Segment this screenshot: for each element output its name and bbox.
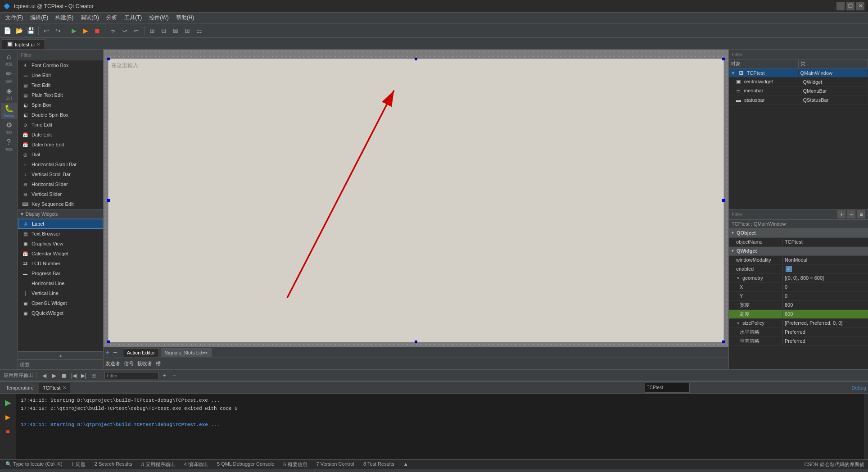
- toolbar-save[interactable]: 💾: [25, 25, 36, 36]
- sidebar-item-project[interactable]: ⚙ 项目: [1, 120, 17, 136]
- obj-row-centralwidget[interactable]: ▣ centralwidget QWidget: [729, 77, 868, 86]
- design-area[interactable]: 在这里输入: [104, 50, 728, 347]
- ao-filter-input[interactable]: [104, 372, 158, 379]
- prop-row-vpolicy[interactable]: 垂直策略 Preferred: [729, 337, 868, 346]
- status-vcs[interactable]: 7 Version Control: [315, 461, 356, 468]
- run-play-btn[interactable]: ▶: [2, 396, 14, 409]
- widget-line-edit[interactable]: ▭ Line Edit: [18, 70, 103, 80]
- toolbar-grid[interactable]: ⚏: [194, 25, 204, 36]
- obj-row-menubar[interactable]: ☰ menubar QMenuBar: [729, 86, 868, 95]
- widget-key-seq[interactable]: ⌨ Key Sequence Edit: [18, 199, 103, 209]
- prop-row-objectname[interactable]: objectName TCPtest: [729, 238, 868, 247]
- tab-temperature[interactable]: Temperature: [2, 383, 38, 393]
- status-qml-debug[interactable]: 5 QML Debugger Console: [215, 461, 276, 468]
- obj-row-statusbar[interactable]: ▬ statusbar QStatusBar: [729, 95, 868, 104]
- sizepolicy-expand[interactable]: ▼: [736, 321, 740, 326]
- tab-tcptest-ui[interactable]: 🔲 tcptest.ui ✕: [2, 39, 45, 49]
- prop-add-btn[interactable]: +: [837, 210, 845, 218]
- menu-file[interactable]: 文件(F): [2, 13, 27, 23]
- qwidget-expand[interactable]: ▼: [731, 249, 735, 253]
- prop-row-y[interactable]: Y 0: [729, 292, 868, 301]
- ao-add-btn[interactable]: +: [160, 372, 168, 380]
- geometry-expand[interactable]: ▼: [736, 276, 740, 281]
- maximize-button[interactable]: ❐: [846, 2, 854, 10]
- widget-filter-input[interactable]: [21, 52, 100, 58]
- run-stop-btn[interactable]: ■: [2, 425, 14, 438]
- widget-scroll-up[interactable]: ▲: [18, 351, 103, 359]
- menu-help[interactable]: 帮助(H): [172, 13, 198, 23]
- widget-hslider[interactable]: ⊟ Horizontal Slider: [18, 179, 103, 189]
- prop-row-height[interactable]: 高度 600: [729, 310, 868, 319]
- sidebar-item-debug[interactable]: 🐛 Debug: [1, 103, 17, 119]
- widget-vslider[interactable]: ⊟ Vertical Slider: [18, 189, 103, 199]
- widget-lcd[interactable]: 12 LCD Number: [18, 259, 103, 268]
- handle-bl[interactable]: [107, 340, 110, 343]
- channel-receiver[interactable]: 接收者: [137, 360, 152, 367]
- widget-font-combo-box[interactable]: 𝐴 Font Combo Box: [18, 60, 103, 70]
- menu-tools[interactable]: 工具(T): [121, 13, 145, 23]
- widget-vline[interactable]: | Vertical Line: [18, 288, 103, 298]
- widget-qquick[interactable]: ▣ QQuickWidget: [18, 308, 103, 318]
- widget-text-browser[interactable]: ▤ Text Browser: [18, 229, 103, 239]
- channel-slot[interactable]: 槽: [156, 360, 161, 367]
- widget-vscrollbar[interactable]: ↕ Vertical Scroll Bar: [18, 169, 103, 179]
- status-test[interactable]: 8 Test Results: [362, 461, 396, 468]
- bottom-add-btn[interactable]: +: [105, 349, 109, 357]
- toolbar-step-over[interactable]: ⤼: [108, 25, 118, 36]
- toolbar-align-right[interactable]: ⊠: [170, 25, 181, 36]
- widget-time-edit[interactable]: ⊙ Time Edit: [18, 120, 103, 130]
- sidebar-item-edit[interactable]: ✏ 编辑: [1, 68, 17, 85]
- bottom-remove-btn[interactable]: −: [113, 349, 117, 357]
- ao-next-btn[interactable]: ▶: [50, 372, 58, 380]
- ao-last-btn[interactable]: ▶|: [80, 372, 88, 380]
- sidebar-item-help[interactable]: ? 帮助: [1, 137, 17, 153]
- qobject-expand[interactable]: ▼: [731, 231, 735, 235]
- tab-signals-slots[interactable]: Signals_Slots Ed•••: [161, 348, 212, 357]
- widget-graphics-view[interactable]: ▣ Graphics View: [18, 239, 103, 249]
- design-canvas[interactable]: 在这里输入: [108, 59, 724, 342]
- handle-mr[interactable]: [722, 199, 725, 202]
- widget-spin-box[interactable]: ⬕ Spin Box: [18, 100, 103, 110]
- run-debug-btn[interactable]: ▶: [2, 411, 14, 423]
- status-general[interactable]: 6 概要信息: [281, 461, 309, 468]
- handle-br[interactable]: [722, 340, 725, 343]
- minimize-button[interactable]: —: [836, 2, 845, 10]
- prop-row-hpolicy[interactable]: 水平策略 Preferred: [729, 328, 868, 337]
- tab-close-button[interactable]: ✕: [36, 42, 40, 47]
- prop-row-windowmodality[interactable]: windowModality NonModal: [729, 256, 868, 265]
- widget-label[interactable]: A Label: [18, 219, 103, 229]
- toolbar-new[interactable]: 📄: [2, 25, 13, 36]
- status-compile[interactable]: 4 编译输出: [182, 461, 210, 468]
- tab-action-editor[interactable]: Action Editor: [123, 348, 159, 357]
- status-search[interactable]: 2 Search Results: [93, 461, 134, 468]
- menu-edit[interactable]: 编辑(E): [27, 13, 52, 23]
- tab-tcptest-console[interactable]: TCPtest ✕: [39, 383, 70, 393]
- ao-prev-btn[interactable]: ◀: [40, 372, 48, 380]
- toolbar-run[interactable]: ▶: [68, 25, 79, 36]
- widget-date-edit[interactable]: 📅 Date Edit: [18, 130, 103, 140]
- prop-menu-btn[interactable]: ≡: [857, 210, 865, 218]
- toolbar-open[interactable]: 📂: [14, 25, 24, 36]
- tab-tcptest-close[interactable]: ✕: [63, 385, 66, 390]
- prop-remove-btn[interactable]: −: [847, 210, 855, 218]
- widget-hscrollbar[interactable]: ↔ Horizontal Scroll Bar: [18, 159, 103, 169]
- menu-build[interactable]: 构建(B): [52, 13, 77, 23]
- handle-tl[interactable]: [107, 58, 110, 60]
- status-app-output[interactable]: 3 应用程序输出: [140, 461, 177, 468]
- prop-row-geometry[interactable]: ▼ geometry [(0, 0), 800 × 600]: [729, 274, 868, 283]
- widget-plain-text-edit[interactable]: ▤ Plain Text Edit: [18, 90, 103, 100]
- obj-row-tcptest[interactable]: ▼ 🖼 TCPtest QMainWindow: [729, 68, 868, 77]
- widget-progress-bar[interactable]: ▬ Progress Bar: [18, 268, 103, 278]
- status-search-input[interactable]: 🔍 Type to locate (Ctrl+K): [4, 461, 64, 468]
- handle-tc[interactable]: [415, 58, 417, 60]
- ao-stop-btn[interactable]: ◼: [60, 372, 68, 380]
- toolbar-align-center[interactable]: ⊟: [158, 25, 169, 36]
- prop-row-width[interactable]: 宽度 800: [729, 301, 868, 310]
- prop-row-x[interactable]: X 0: [729, 283, 868, 292]
- status-issues[interactable]: 1 问题: [70, 461, 87, 468]
- channel-signal[interactable]: 信号: [124, 360, 134, 367]
- handle-tr[interactable]: [722, 58, 725, 60]
- prop-row-enabled[interactable]: enabled ✓: [729, 265, 868, 274]
- toolbar-step-in[interactable]: ⤻: [119, 25, 130, 36]
- status-arrow[interactable]: ▲: [402, 461, 410, 468]
